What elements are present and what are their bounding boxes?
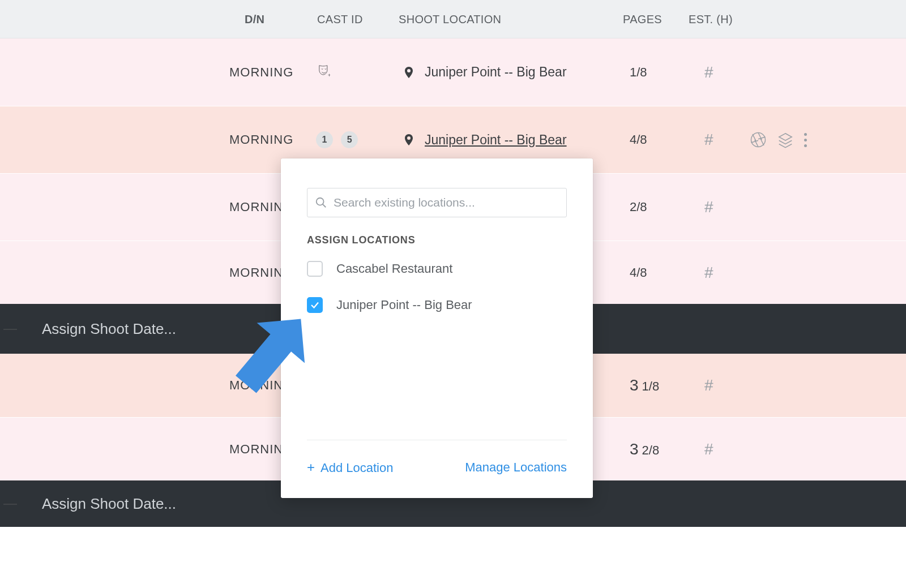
- dn-value: MORNING: [229, 132, 293, 147]
- cast-masks-icon: +: [316, 63, 332, 79]
- assign-date-label: Assign Shoot Date...: [42, 495, 176, 513]
- strip-row[interactable]: MORNING + Juniper Point -- Big Bear 1/8 …: [0, 38, 906, 106]
- col-pages: PAGES: [623, 12, 662, 25]
- row-tools: [750, 131, 807, 148]
- checkbox-unchecked[interactable]: [307, 261, 323, 277]
- pages-value: 1/8: [630, 65, 647, 80]
- location-picker-popup: ASSIGN LOCATIONS Cascabel Restaurant Jun…: [281, 158, 593, 498]
- plus-icon: +: [307, 460, 315, 475]
- collapse-icon[interactable]: [3, 329, 17, 330]
- popup-footer: +Add Location Manage Locations: [307, 440, 567, 498]
- table-header: D/N CAST ID SHOOT LOCATION PAGES EST. (H…: [0, 0, 906, 38]
- pages-value: 4/8: [630, 265, 647, 280]
- pin-icon: [402, 65, 416, 80]
- col-est: EST. (H): [689, 12, 733, 25]
- location-search-wrap: [307, 188, 567, 217]
- location-option-label: Cascabel Restaurant: [336, 261, 452, 276]
- add-location-button[interactable]: +Add Location: [307, 460, 393, 475]
- est-value[interactable]: #: [704, 198, 713, 216]
- est-value[interactable]: #: [704, 63, 713, 81]
- location-text: Juniper Point -- Big Bear: [425, 132, 567, 148]
- assign-locations-title: ASSIGN LOCATIONS: [307, 234, 567, 246]
- pages-value: 2/8: [630, 200, 647, 214]
- est-value[interactable]: #: [704, 131, 713, 149]
- svg-point-2: [317, 198, 324, 205]
- est-value[interactable]: #: [704, 264, 713, 282]
- col-location: SHOOT LOCATION: [399, 12, 501, 25]
- schedule-page: D/N CAST ID SHOOT LOCATION PAGES EST. (H…: [0, 0, 906, 527]
- layers-icon[interactable]: [777, 131, 794, 148]
- col-dn: D/N: [245, 12, 264, 25]
- pages-big: 3: [630, 440, 639, 458]
- location-cell[interactable]: Juniper Point -- Big Bear: [402, 65, 567, 80]
- location-cell[interactable]: Juniper Point -- Big Bear: [402, 132, 567, 148]
- location-option[interactable]: Juniper Point -- Big Bear: [307, 297, 567, 313]
- cast-id-chip[interactable]: 1: [316, 131, 333, 148]
- svg-line-3: [323, 204, 326, 208]
- location-option[interactable]: Cascabel Restaurant: [307, 261, 567, 277]
- more-icon[interactable]: [804, 133, 807, 147]
- svg-text:+: +: [328, 72, 331, 78]
- assign-date-label: Assign Shoot Date...: [42, 320, 176, 338]
- manage-locations-link[interactable]: Manage Locations: [465, 460, 567, 475]
- search-icon: [315, 196, 327, 209]
- col-cast-id: CAST ID: [317, 12, 363, 25]
- est-value[interactable]: #: [704, 440, 713, 458]
- collapse-icon[interactable]: [3, 504, 17, 505]
- cast-id-cell[interactable]: +: [316, 63, 332, 82]
- est-value[interactable]: #: [704, 376, 713, 394]
- location-text: Juniper Point -- Big Bear: [425, 65, 567, 80]
- cast-id-cell[interactable]: 1 5: [316, 131, 362, 148]
- aperture-icon[interactable]: [750, 131, 767, 148]
- pages-value: 4/8: [630, 132, 647, 147]
- pin-icon: [402, 132, 416, 148]
- pages-big: 3: [630, 376, 639, 394]
- location-search-input[interactable]: [307, 188, 567, 217]
- dn-value: MORNING: [229, 65, 293, 80]
- pages-value: 32/8: [630, 440, 659, 458]
- pages-value: 31/8: [630, 376, 659, 394]
- location-option-label: Juniper Point -- Big Bear: [336, 298, 472, 312]
- annotation-arrow: [222, 299, 326, 405]
- cast-id-chip[interactable]: 5: [341, 131, 358, 148]
- svg-marker-4: [222, 299, 325, 403]
